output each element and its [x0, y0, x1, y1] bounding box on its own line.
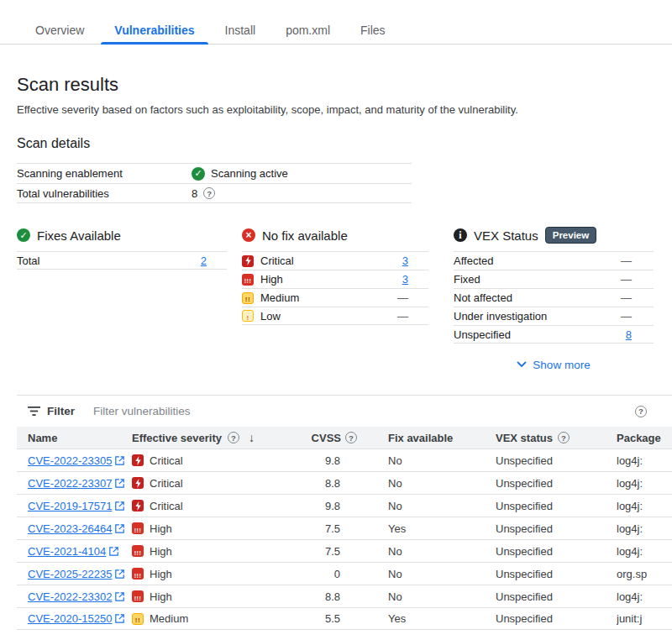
severity-label: Critical	[150, 477, 183, 490]
vex-status-value: Unspecified	[496, 500, 617, 512]
severity-help-icon[interactable]: ?	[228, 432, 239, 443]
tab-vulnerabilities[interactable]: Vulnerabilities	[101, 17, 207, 44]
nofix-high-count-link[interactable]: 3	[402, 273, 408, 286]
fixes-total-link[interactable]: 2	[201, 254, 207, 267]
cve-link[interactable]: CVE-2022-23305	[28, 454, 124, 467]
package-value: log4j:	[617, 454, 672, 467]
column-header-vex-label: VEX status	[496, 432, 553, 444]
cvss-value: 0	[266, 568, 357, 580]
vex-status-value: Unspecified	[496, 590, 617, 603]
column-header-severity-label: Effective severity	[132, 432, 222, 444]
help-icon[interactable]: ?	[203, 187, 215, 199]
tab-files[interactable]: Files	[347, 17, 399, 44]
package-value: org.sp	[617, 568, 672, 580]
column-header-cvss-label: CVSS	[312, 432, 341, 444]
severity-high-icon	[242, 274, 254, 286]
severity-marks	[134, 591, 142, 602]
severity-label: High	[150, 522, 172, 535]
severity-low-icon	[242, 310, 254, 322]
vex-affected-value: —	[621, 254, 654, 267]
severity-icon	[132, 613, 144, 625]
no-fix-title: No fix available	[262, 228, 348, 243]
tab-pom-xml[interactable]: pom.xml	[272, 17, 344, 44]
preview-badge: Preview	[545, 227, 596, 244]
vex-fixed-label: Fixed	[454, 273, 621, 286]
total-vulnerabilities-label: Total vulnerabilities	[17, 187, 192, 200]
cve-link[interactable]: CVE-2021-4104	[28, 545, 118, 558]
cve-link[interactable]: CVE-2020-15250	[28, 612, 124, 625]
table-header: Name Effective severity ? ↓ CVSS ? Fix a…	[17, 427, 672, 449]
column-header-package[interactable]: Package	[617, 432, 672, 444]
vex-status-title: VEX Status	[474, 228, 538, 243]
vex-not-affected-row: Not affected —	[454, 288, 654, 307]
nofix-medium-row: Medium —	[242, 288, 428, 307]
nofix-medium-label: Medium	[260, 291, 299, 304]
severity-medium-icon	[242, 292, 254, 304]
vex-status-value: Unspecified	[496, 568, 617, 580]
cve-link[interactable]: CVE-2019-17571	[28, 500, 124, 512]
severity-label: Critical	[150, 454, 183, 467]
severity-icon	[132, 454, 144, 466]
column-header-name[interactable]: Name	[17, 432, 132, 444]
vex-status-value: Unspecified	[496, 477, 617, 490]
nofix-high-label: High	[260, 273, 283, 286]
check-circle-icon: ✓	[192, 167, 205, 181]
cve-link[interactable]: CVE-2025-22235	[28, 568, 124, 580]
column-header-vex[interactable]: VEX status ?	[496, 432, 617, 444]
severity-label: High	[150, 545, 172, 558]
cve-link[interactable]: CVE-2023-26464	[28, 522, 124, 535]
external-link-icon	[115, 456, 124, 465]
severity-label: High	[150, 568, 172, 580]
table-row: CVE-2020-15250 Medium 5.5 Yes Unspecifie…	[17, 607, 672, 630]
fix-available-value: No	[388, 568, 496, 580]
cvss-help-icon[interactable]: ?	[345, 432, 357, 443]
no-fix-available-panel: × No fix available Critical 3 High 3	[242, 227, 428, 372]
vex-unspecified-row: Unspecified 8	[454, 325, 654, 344]
total-vulnerabilities-value: 8	[192, 187, 197, 200]
cvss-value: 7.5	[266, 545, 357, 558]
fixes-total-row: Total 2	[17, 251, 227, 270]
severity-marks	[134, 569, 142, 580]
column-header-cvss[interactable]: CVSS ?	[266, 432, 357, 444]
column-header-severity[interactable]: Effective severity ? ↓	[132, 431, 266, 444]
show-more-button[interactable]: Show more	[454, 357, 654, 372]
package-value: log4j:	[617, 522, 672, 535]
vex-help-icon[interactable]: ?	[558, 432, 570, 443]
external-link-icon	[115, 614, 124, 623]
fixes-total-label: Total	[17, 254, 201, 267]
external-link-icon	[115, 592, 124, 601]
summary-panels: ✓ Fixes Available Total 2 × No fix avail…	[17, 227, 672, 372]
severity-icon	[132, 522, 144, 534]
nofix-low-label: Low	[260, 310, 281, 323]
severity-icon	[132, 477, 144, 489]
nofix-critical-row: Critical 3	[242, 251, 428, 270]
vex-status-value: Unspecified	[496, 454, 617, 467]
package-value: log4j:	[617, 545, 672, 558]
filter-input[interactable]	[92, 404, 635, 418]
table-row: CVE-2022-23302 High 8.8 No Unspecified l…	[17, 585, 672, 607]
sort-descending-icon[interactable]: ↓	[249, 431, 255, 444]
cvss-value: 8.8	[266, 477, 357, 490]
vex-under-investigation-label: Under investigation	[454, 310, 621, 323]
nofix-low-count: —	[397, 310, 428, 323]
table-body: CVE-2022-23305 Critical 9.8 No Unspecifi…	[17, 449, 672, 630]
severity-label: Critical	[150, 500, 183, 512]
package-value: log4j:	[617, 590, 672, 603]
cve-link[interactable]: CVE-2022-23302	[28, 590, 124, 603]
table-row: CVE-2022-23307 Critical 8.8 No Unspecifi…	[17, 471, 672, 494]
vex-unspecified-count-link[interactable]: 8	[626, 328, 632, 341]
external-link-icon	[115, 569, 124, 579]
cve-link[interactable]: CVE-2022-23307	[28, 477, 124, 490]
column-header-fix[interactable]: Fix available	[388, 432, 496, 444]
nofix-critical-count-link[interactable]: 3	[402, 254, 408, 267]
filter-label: Filter	[47, 405, 75, 417]
vex-affected-label: Affected	[454, 254, 621, 267]
cvss-value: 7.5	[266, 522, 357, 535]
tab-overview[interactable]: Overview	[22, 17, 97, 44]
table-help-icon[interactable]: ?	[635, 406, 647, 417]
tab-install[interactable]: Install	[212, 17, 270, 44]
scan-details-table: Scanning enablement ✓ Scanning active To…	[17, 163, 412, 203]
fix-available-value: Yes	[388, 522, 496, 535]
filter-bar[interactable]: Filter ?	[17, 396, 672, 427]
scanning-enablement-value: Scanning active	[211, 167, 288, 180]
